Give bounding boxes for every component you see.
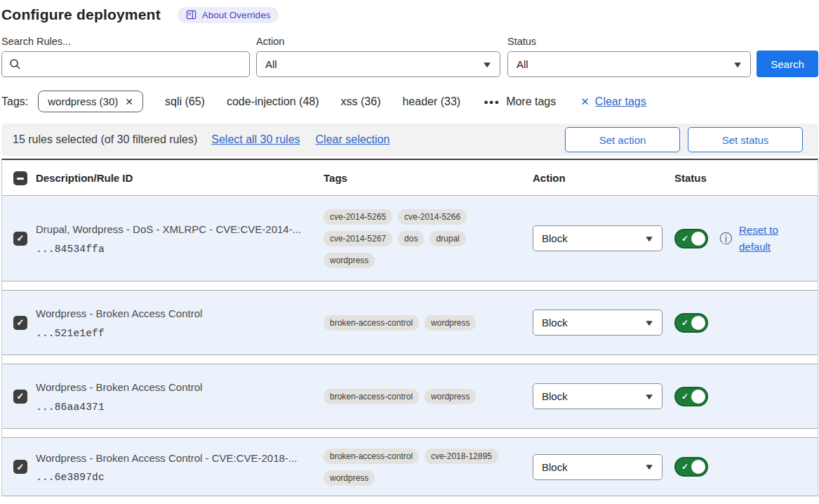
column-header-tags: Tags — [324, 172, 499, 184]
rule-tags: broken-access-controlcve-2018-12895wordp… — [324, 449, 499, 486]
row-action-value: Block — [542, 461, 568, 473]
tag-badge: cve-2014-5266 — [398, 209, 467, 225]
table-row: Wordpress - Broken Access Control ...86a… — [2, 364, 818, 429]
reset-to-default-link[interactable]: Reset to default — [739, 222, 790, 256]
page-title: Configure deployment — [1, 6, 161, 23]
rule-id: ...84534ffa — [36, 244, 314, 255]
row-action-value: Block — [542, 390, 568, 402]
rules-table: Description/Rule ID Tags Action Status D… — [1, 159, 818, 496]
configure-deployment-page: Configure deployment About Overrides Sea… — [0, 0, 819, 504]
selection-bar: 15 rules selected (of 30 filtered rules)… — [1, 124, 818, 156]
status-toggle[interactable]: ✓ — [674, 457, 708, 477]
rule-description: Drupal, Wordpress - DoS - XMLRPC - CVE:C… — [36, 222, 314, 237]
table-row: Wordpress - Broken Access Control ...521… — [2, 290, 818, 355]
rule-description: Wordpress - Broken Access Control — [36, 306, 314, 321]
about-badge-label: About Overrides — [202, 10, 271, 20]
tag-badge: drupal — [430, 231, 465, 246]
tag-badge: wordpress — [324, 470, 375, 486]
status-toggle[interactable]: ✓ — [674, 313, 708, 333]
tag-badge: broken-access-control — [324, 449, 419, 464]
toggle-knob — [691, 460, 705, 474]
status-filter: Status All ▼ — [507, 36, 751, 77]
row-action-select[interactable]: Block ▼ — [533, 383, 662, 409]
more-tags-label: More tags — [506, 95, 556, 108]
column-header-action: Action — [533, 172, 674, 184]
chevron-down-icon: ▼ — [644, 392, 655, 402]
book-icon — [186, 10, 197, 20]
action-filter: Action All ▼ — [256, 36, 500, 77]
tag-filter-xss[interactable]: xss (36) — [341, 95, 381, 108]
status-label: Status — [507, 36, 751, 47]
action-select[interactable]: All ▼ — [256, 51, 500, 77]
column-header-status: Status — [674, 172, 818, 184]
rule-id: ...521e1eff — [36, 328, 314, 339]
chevron-down-icon: ▼ — [644, 318, 655, 328]
chevron-down-icon: ▼ — [481, 60, 493, 69]
rule-tags: cve-2014-5265cve-2014-5266cve-2014-5267d… — [324, 209, 499, 268]
check-icon: ✓ — [681, 392, 688, 402]
toggle-knob — [691, 316, 705, 330]
search-icon — [9, 58, 21, 70]
row-checkbox[interactable] — [13, 390, 27, 404]
selection-summary: 15 rules selected (of 30 filtered rules) — [13, 133, 197, 146]
table-header-row: Description/Rule ID Tags Action Status — [2, 160, 818, 196]
check-icon: ✓ — [681, 318, 688, 328]
tags-label: Tags: — [1, 95, 28, 108]
page-header: Configure deployment About Overrides — [1, 6, 818, 23]
rule-tags: broken-access-controlwordpress — [324, 389, 499, 404]
selected-tag-label: wordpress (30) — [48, 95, 118, 107]
chevron-down-icon: ▼ — [644, 234, 655, 244]
status-select-value: All — [517, 58, 528, 70]
row-action-select[interactable]: Block ▼ — [533, 225, 662, 251]
info-icon[interactable]: ⓘ — [719, 232, 732, 245]
tag-filter-code-injection[interactable]: code-injection (48) — [227, 95, 319, 108]
row-checkbox[interactable] — [13, 316, 27, 330]
clear-selection-link[interactable]: Clear selection — [316, 133, 390, 146]
tag-badge: cve-2018-12895 — [425, 449, 498, 464]
table-body: Drupal, Wordpress - DoS - XMLRPC - CVE:C… — [2, 196, 818, 496]
search-filter: Search Rules... — [1, 36, 250, 77]
select-all-checkbox[interactable] — [13, 171, 27, 185]
selected-tag-wordpress[interactable]: wordpress (30) ✕ — [38, 91, 143, 112]
action-label: Action — [256, 36, 500, 47]
select-all-rules-link[interactable]: Select all 30 rules — [211, 133, 300, 146]
check-icon: ✓ — [681, 462, 688, 472]
rule-description: Wordpress - Broken Access Control — [36, 380, 314, 395]
chevron-down-icon: ▼ — [732, 60, 743, 69]
row-action-select[interactable]: Block ▼ — [533, 310, 662, 336]
row-checkbox[interactable] — [13, 460, 27, 474]
action-select-value: All — [265, 58, 277, 70]
column-header-description: Description/Rule ID — [36, 172, 324, 184]
ellipsis-icon: ●●● — [484, 98, 500, 106]
row-action-value: Block — [542, 232, 568, 244]
toggle-knob — [691, 390, 705, 404]
tag-filter-header[interactable]: header (33) — [402, 95, 460, 108]
search-rules-input[interactable] — [1, 51, 250, 77]
tag-badge: broken-access-control — [324, 315, 419, 331]
tag-badge: dos — [398, 231, 424, 246]
tag-filter-sqli[interactable]: sqli (65) — [165, 95, 205, 108]
clear-tags-button[interactable]: ✕ Clear tags — [580, 95, 646, 108]
rule-tags: broken-access-controlwordpress — [324, 315, 499, 331]
chevron-down-icon: ▼ — [644, 462, 655, 472]
rule-id: ...86aa4371 — [36, 402, 314, 413]
more-tags-button[interactable]: ●●● More tags — [484, 95, 556, 108]
row-checkbox[interactable] — [13, 232, 27, 246]
row-action-select[interactable]: Block ▼ — [533, 454, 662, 480]
filters-bar: Search Rules... Action All ▼ Status All … — [1, 36, 818, 77]
check-icon: ✓ — [681, 234, 688, 244]
set-action-button[interactable]: Set action — [565, 127, 680, 152]
status-toggle[interactable]: ✓ — [674, 387, 708, 406]
tag-badge: cve-2014-5265 — [324, 209, 392, 225]
row-action-value: Block — [542, 317, 568, 329]
status-select[interactable]: All ▼ — [507, 51, 751, 77]
status-toggle[interactable]: ✓ — [674, 229, 708, 248]
search-rules-label: Search Rules... — [1, 36, 250, 47]
set-status-button[interactable]: Set status — [688, 127, 803, 152]
table-row: Wordpress - Broken Access Control - CVE:… — [2, 437, 818, 496]
about-overrides-button[interactable]: About Overrides — [178, 7, 279, 23]
tag-badge: broken-access-control — [324, 389, 419, 404]
search-button[interactable]: Search — [757, 51, 818, 77]
tag-badge: wordpress — [425, 389, 476, 404]
remove-tag-icon[interactable]: ✕ — [125, 96, 133, 107]
